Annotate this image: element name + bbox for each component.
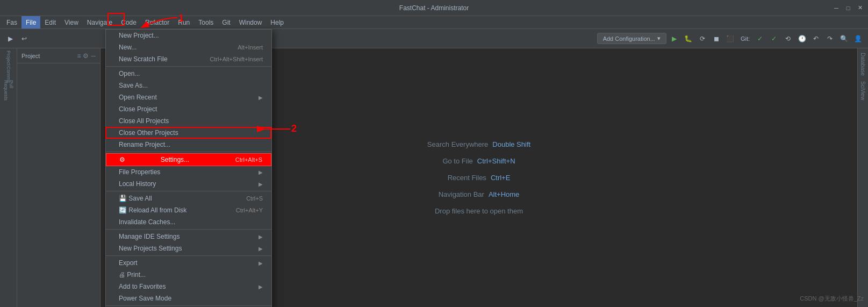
sidebar-icon-commit[interactable]: Commit (1, 67, 16, 82)
toolbar-icon-5[interactable]: ⬛ (724, 33, 736, 45)
hint-goto-file: Go to File Ctrl+Shift+N (442, 157, 515, 165)
sidebar-icon-project[interactable]: Project (1, 51, 16, 66)
project-panel: Project ≡ ⚙ ─ (17, 48, 101, 307)
menu-item-window[interactable]: Window (235, 16, 267, 28)
menu-local-history[interactable]: Local History ▶ (106, 178, 271, 190)
toolbar-icon-2[interactable]: ↩ (18, 33, 30, 45)
git-label: Git: (738, 35, 752, 42)
debug-button[interactable]: 🐛 (683, 33, 694, 45)
menu-rename-project[interactable]: Rename Project... (106, 139, 271, 151)
git-checkmark-icon[interactable]: ✓ (754, 33, 766, 45)
titlebar: FastChat - Administrator ─ □ ✕ (0, 0, 868, 16)
menu-export[interactable]: Export ▶ (106, 257, 271, 269)
project-panel-title: Project (21, 53, 40, 59)
separator-4 (106, 229, 271, 230)
menu-open-recent[interactable]: Open Recent ▶ (106, 91, 271, 103)
menu-add-to-favorites[interactable]: Add to Favorites ▶ (106, 281, 271, 292)
close-button[interactable]: ✕ (856, 4, 864, 12)
project-panel-header: Project ≡ ⚙ ─ (17, 48, 100, 63)
menu-save-as[interactable]: Save As... (106, 80, 271, 91)
hint-recent-files: Recent Files Ctrl+E (448, 174, 511, 182)
menubar: Fas File Edit View Navigate Code Refacto… (0, 16, 868, 29)
toolbar-clock-icon[interactable]: 🕐 (796, 33, 808, 45)
toolbar-icon-4[interactable]: ◼ (711, 33, 722, 45)
window-title: FastChat - Administrator (399, 4, 469, 12)
menu-print[interactable]: 🖨 Print... (106, 269, 271, 281)
menu-item-edit[interactable]: Edit (40, 16, 60, 28)
run-button[interactable]: ▶ (669, 33, 680, 45)
right-sidebar-database[interactable]: Database (859, 51, 867, 78)
csdn-watermark: CSDN @无敌小怪兽_Zz (800, 295, 864, 303)
toolbar-undo-icon[interactable]: ↶ (810, 33, 822, 45)
menu-invalidate-caches[interactable]: Invalidate Caches... (106, 216, 271, 228)
panel-minimize-icon[interactable]: ─ (91, 52, 96, 60)
hint-drop-files: Drop files here to open them (435, 207, 523, 215)
account-icon[interactable]: 👤 (852, 33, 864, 45)
menu-item-code[interactable]: Code (117, 16, 141, 28)
right-sidebar: Database SciView (857, 48, 868, 307)
settings-icon: ⚙ (119, 156, 125, 163)
git-sync-icon[interactable]: ⟲ (782, 33, 794, 45)
menu-item-tools[interactable]: Tools (194, 16, 218, 28)
separator-3 (106, 191, 271, 191)
sidebar-icon-pull-requests[interactable]: Pull Requests (1, 83, 16, 98)
menu-item-navigate[interactable]: Navigate (83, 16, 117, 28)
menu-power-save-mode[interactable]: Power Save Mode (106, 292, 271, 304)
menu-open[interactable]: Open... (106, 68, 271, 80)
menu-close-all-projects[interactable]: Close All Projects (106, 115, 271, 127)
menu-save-all[interactable]: 💾 Save All Ctrl+S (106, 192, 271, 204)
menu-item-run[interactable]: Run (174, 16, 194, 28)
separator-2 (106, 152, 271, 152)
right-sidebar-sciview[interactable]: SciView (859, 79, 867, 102)
menu-settings[interactable]: ⚙ Settings... Ctrl+Alt+S (106, 153, 271, 166)
toolbar-icon-1[interactable]: ▶ (4, 33, 16, 45)
separator-5 (106, 255, 271, 256)
toolbar-icon-3[interactable]: ⟳ (697, 33, 708, 45)
menu-item-help[interactable]: Help (266, 16, 288, 28)
maximize-button[interactable]: □ (844, 4, 852, 12)
dropdown-arrow-icon: ▾ (657, 35, 661, 42)
menu-reload-all[interactable]: 🔄 Reload All from Disk Ctrl+Alt+Y (106, 204, 271, 216)
file-dropdown-menu: New Project... New... Alt+Insert New Scr… (105, 29, 272, 307)
separator-1 (106, 66, 271, 67)
menu-close-other-projects[interactable]: Close Other Projects (106, 127, 271, 139)
panel-settings-icon[interactable]: ⚙ (83, 52, 89, 60)
hint-navigation-bar: Navigation Bar Alt+Home (439, 190, 520, 198)
menu-item-refactor[interactable]: Refactor (141, 16, 174, 28)
add-configuration-button[interactable]: Add Configuration... ▾ (597, 33, 666, 44)
window-controls: ─ □ ✕ (833, 4, 864, 12)
menu-file-properties[interactable]: File Properties ▶ (106, 166, 271, 178)
menu-item-fas[interactable]: Fas (2, 16, 21, 28)
menu-close-project[interactable]: Close Project (106, 103, 271, 115)
menu-new[interactable]: New... Alt+Insert (106, 41, 271, 53)
panel-expand-icon[interactable]: ≡ (77, 52, 81, 60)
menu-manage-ide-settings[interactable]: Manage IDE Settings ▶ (106, 231, 271, 242)
git-branch-icon[interactable]: ✓ (768, 33, 780, 45)
sidebar-icon-strip: Project Commit Pull Requests (0, 48, 17, 307)
search-everywhere-icon[interactable]: 🔍 (838, 33, 850, 45)
menu-item-git[interactable]: Git (218, 16, 234, 28)
minimize-button[interactable]: ─ (833, 4, 840, 12)
panel-header-icons: ≡ ⚙ ─ (77, 52, 96, 60)
toolbar-redo-icon[interactable]: ↷ (824, 33, 836, 45)
hint-search-everywhere: Search Everywhere Double Shift (427, 140, 530, 148)
menu-item-file[interactable]: File (21, 16, 40, 28)
menu-new-project[interactable]: New Project... (106, 30, 271, 41)
menu-new-scratch-file[interactable]: New Scratch File Ctrl+Alt+Shift+Insert (106, 53, 271, 65)
menu-new-projects-settings[interactable]: New Projects Settings ▶ (106, 242, 271, 254)
menu-item-view[interactable]: View (60, 16, 83, 28)
separator-6 (106, 305, 271, 306)
